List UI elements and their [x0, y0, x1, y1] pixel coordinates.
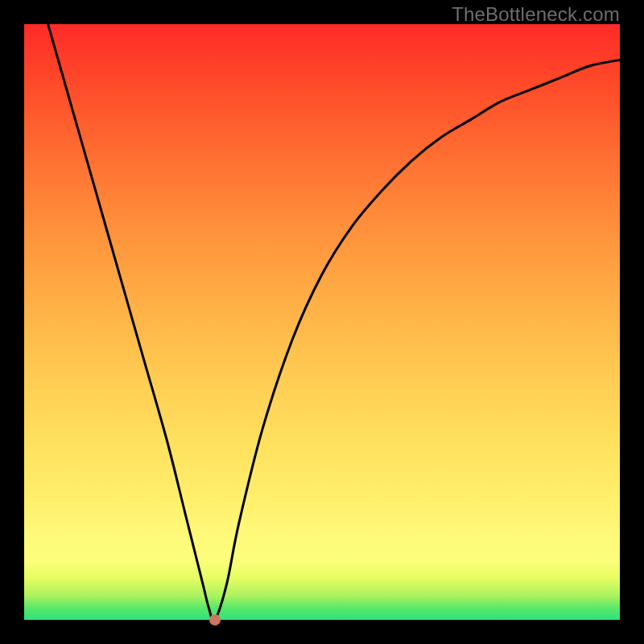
- watermark-text: TheBottleneck.com: [452, 3, 620, 26]
- chart-frame: TheBottleneck.com: [0, 0, 644, 644]
- plot-background: [24, 24, 620, 620]
- optimal-point-marker: [209, 614, 221, 625]
